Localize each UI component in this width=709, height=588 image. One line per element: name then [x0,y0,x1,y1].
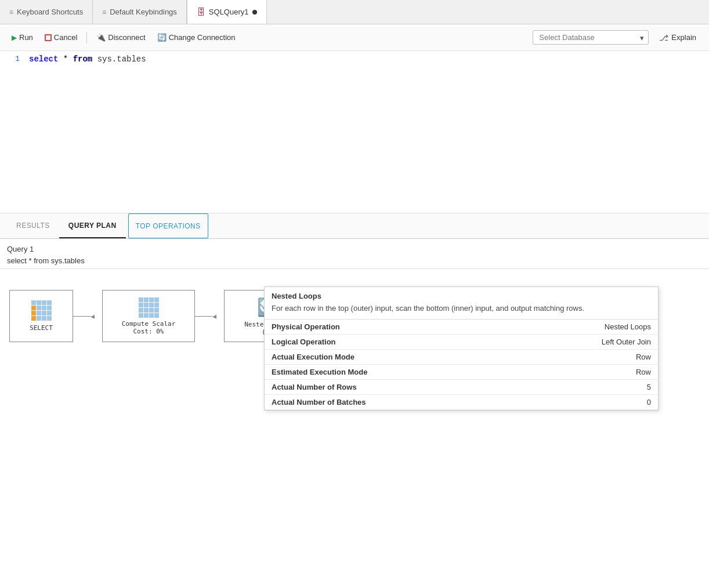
arrow-1 [73,311,102,321]
tooltip-row-label: Actual Number of Rows [265,379,415,394]
compute-node-cost: Cost: 0% [133,328,164,335]
tooltip-row-value: 0 [415,394,658,409]
explain-button[interactable]: ⎇ Explain [653,31,702,45]
tooltip-row-value: Row [415,349,658,364]
tab-sql-label: SQLQuery1 [209,8,249,16]
flow-node-compute[interactable]: Compute Scalar Cost: 0% [102,290,195,342]
disconnect-icon: 🔌 [96,33,106,42]
query-sql: select * from sys.tables [7,255,702,267]
tooltip-row-value: Left Outer Join [415,334,658,349]
tooltip-row-value: 5 [415,379,658,394]
tab-results[interactable]: RESULTS [7,213,59,238]
explain-label: Explain [671,33,696,42]
result-tabs: RESULTS QUERY PLAN TOP OPERATIONS [0,213,709,239]
disconnect-label: Disconnect [108,33,145,42]
tab-default-keybindings-label: Default Keybindings [110,8,177,16]
tooltip-popup: Nested Loops For each row in the top (ou… [264,286,659,411]
code-line-1: select * from sys.tables [29,55,146,64]
tooltip-row: Logical OperationLeft Outer Join [265,334,658,349]
run-button[interactable]: ▶ Run [7,31,38,44]
tab-query-plan[interactable]: QUERY PLAN [59,213,126,238]
tooltip-row: Estimated Execution ModeRow [265,364,658,379]
select-grid-icon [31,300,52,321]
change-connection-button[interactable]: 🔄 Change Connection [153,31,240,44]
tooltip-row-label: Actual Execution Mode [265,349,415,364]
tooltip-row-label: Physical Operation [265,320,415,335]
tab-sql-query[interactable]: 🗄 SQLQuery1 [187,0,267,24]
tooltip-table: Physical OperationNested LoopsLogical Op… [265,320,658,410]
tooltip-row-value: Nested Loops [415,320,658,335]
run-label: Run [19,33,33,42]
tab-keyboard-shortcuts-label: Keyboard Shortcuts [17,8,83,16]
kw-select: select [29,55,58,64]
change-connection-label: Change Connection [169,33,236,42]
arrow-2 [195,311,224,321]
query-info: Query 1 select * from sys.tables [0,239,709,269]
diagram-area[interactable]: SELECT Compute Scalar Cost: 0% 🔄 Nested … [0,269,709,466]
separator-1 [86,32,87,43]
tooltip-description: For each row in the top (outer) input, s… [265,303,658,320]
tab-results-label: RESULTS [16,222,50,230]
tooltip-row-label: Logical Operation [265,334,415,349]
flow-node-select[interactable]: SELECT [9,290,73,342]
compute-grid-icon [139,297,159,318]
tooltip-row: Physical OperationNested Loops [265,320,658,335]
tab-default-keybindings[interactable]: ≡ Default Keybindings [93,0,187,24]
tab-lines-icon-2: ≡ [102,8,106,16]
select-node-label: SELECT [30,324,53,332]
line-number-1: 1 [0,55,29,63]
tab-lines-icon-1: ≡ [9,8,13,16]
tab-keyboard-shortcuts[interactable]: ≡ Keyboard Shortcuts [0,0,93,24]
tooltip-row: Actual Execution ModeRow [265,349,658,364]
cancel-button[interactable]: Cancel [40,31,82,44]
query-title: Query 1 [7,244,702,255]
toolbar: ▶ Run Cancel 🔌 Disconnect 🔄 Change Conne… [0,24,709,51]
modified-indicator [252,10,257,14]
tooltip-row: Actual Number of Rows5 [265,379,658,394]
compute-node-label: Compute Scalar [122,320,176,328]
run-icon: ▶ [12,34,17,42]
db-select-wrapper: Select Database [533,30,649,45]
tab-top-operations[interactable]: TOP OPERATIONS [128,213,208,238]
tab-top-operations-label: TOP OPERATIONS [136,222,201,230]
db-icon: 🗄 [197,7,205,17]
db-select-container: Select Database ⎇ Explain [533,30,702,45]
tooltip-row: Actual Number of Batches0 [265,394,658,409]
editor-area[interactable]: 1 select * from sys.tables [0,51,709,213]
tooltip-row-value: Row [415,364,658,379]
tooltip-row-label: Estimated Execution Mode [265,364,415,379]
cancel-label: Cancel [54,33,77,42]
tooltip-row-label: Actual Number of Batches [265,394,415,409]
explain-icon: ⎇ [659,33,668,42]
disconnect-button[interactable]: 🔌 Disconnect [92,31,150,44]
select-database-dropdown[interactable]: Select Database [533,30,649,45]
tab-query-plan-label: QUERY PLAN [68,222,117,230]
tooltip-title: Nested Loops [265,287,658,303]
cancel-icon [45,34,52,41]
tab-bar: ≡ Keyboard Shortcuts ≡ Default Keybindin… [0,0,709,24]
change-conn-icon: 🔄 [157,33,167,42]
editor-line-1: 1 select * from sys.tables [0,51,709,67]
kw-from: from [73,55,93,64]
